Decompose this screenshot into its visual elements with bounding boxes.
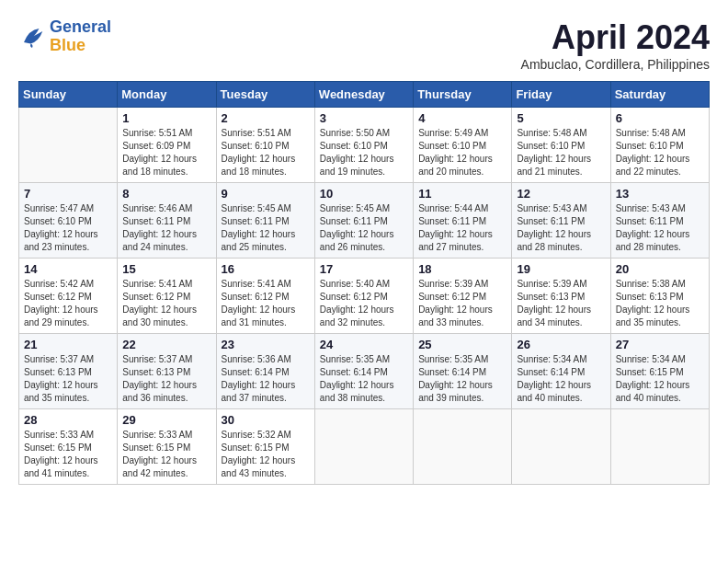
day-info: Sunrise: 5:39 AM Sunset: 6:12 PM Dayligh…: [418, 278, 506, 329]
day-info: Sunrise: 5:41 AM Sunset: 6:12 PM Dayligh…: [122, 278, 210, 329]
calendar-cell: 22Sunrise: 5:37 AM Sunset: 6:13 PM Dayli…: [118, 334, 216, 409]
day-number: 11: [418, 187, 506, 201]
weekday-header: Monday: [118, 82, 216, 108]
day-info: Sunrise: 5:34 AM Sunset: 6:15 PM Dayligh…: [616, 353, 704, 405]
day-number: 9: [222, 187, 310, 201]
day-info: Sunrise: 5:49 AM Sunset: 6:10 PM Dayligh…: [418, 127, 506, 178]
calendar-cell: 8Sunrise: 5:46 AM Sunset: 6:11 PM Daylig…: [118, 183, 216, 259]
day-info: Sunrise: 5:48 AM Sunset: 6:10 PM Dayligh…: [517, 127, 605, 178]
calendar-cell: 14Sunrise: 5:42 AM Sunset: 6:12 PM Dayli…: [19, 259, 118, 334]
calendar-cell: 11Sunrise: 5:44 AM Sunset: 6:11 PM Dayli…: [414, 183, 512, 259]
calendar-cell: 17Sunrise: 5:40 AM Sunset: 6:12 PM Dayli…: [314, 259, 413, 334]
day-info: Sunrise: 5:43 AM Sunset: 6:11 PM Dayligh…: [616, 202, 704, 254]
calendar-cell: 12Sunrise: 5:43 AM Sunset: 6:11 PM Dayli…: [512, 183, 610, 259]
calendar-cell: 5Sunrise: 5:48 AM Sunset: 6:10 PM Daylig…: [512, 108, 610, 183]
day-info: Sunrise: 5:46 AM Sunset: 6:11 PM Dayligh…: [122, 202, 210, 254]
day-info: Sunrise: 5:50 AM Sunset: 6:10 PM Dayligh…: [320, 127, 408, 178]
calendar-cell: 25Sunrise: 5:35 AM Sunset: 6:14 PM Dayli…: [414, 334, 512, 409]
day-number: 15: [122, 262, 210, 276]
calendar-cell: 6Sunrise: 5:48 AM Sunset: 6:10 PM Daylig…: [610, 108, 709, 183]
day-info: Sunrise: 5:43 AM Sunset: 6:11 PM Dayligh…: [517, 202, 605, 254]
day-number: 28: [24, 413, 112, 427]
calendar-cell: 19Sunrise: 5:39 AM Sunset: 6:13 PM Dayli…: [512, 259, 610, 334]
calendar-cell: 4Sunrise: 5:49 AM Sunset: 6:10 PM Daylig…: [414, 108, 512, 183]
logo-text: GeneralBlue: [50, 18, 111, 55]
day-number: 2: [222, 111, 310, 125]
calendar-header-row: SundayMondayTuesdayWednesdayThursdayFrid…: [19, 82, 710, 108]
calendar-cell: 13Sunrise: 5:43 AM Sunset: 6:11 PM Dayli…: [610, 183, 709, 259]
day-info: Sunrise: 5:48 AM Sunset: 6:10 PM Dayligh…: [616, 127, 704, 178]
day-number: 12: [517, 187, 605, 201]
day-info: Sunrise: 5:33 AM Sunset: 6:15 PM Dayligh…: [24, 429, 112, 480]
calendar-cell: 1Sunrise: 5:51 AM Sunset: 6:09 PM Daylig…: [118, 108, 216, 183]
calendar-cell: 23Sunrise: 5:36 AM Sunset: 6:14 PM Dayli…: [216, 334, 314, 409]
calendar-week-row: 21Sunrise: 5:37 AM Sunset: 6:13 PM Dayli…: [19, 334, 710, 409]
day-number: 29: [122, 413, 210, 427]
calendar-week-row: 28Sunrise: 5:33 AM Sunset: 6:15 PM Dayli…: [19, 409, 710, 485]
calendar-week-row: 7Sunrise: 5:47 AM Sunset: 6:10 PM Daylig…: [19, 183, 710, 259]
weekday-header: Saturday: [610, 82, 709, 108]
day-number: 4: [418, 111, 506, 125]
calendar-cell: 7Sunrise: 5:47 AM Sunset: 6:10 PM Daylig…: [19, 183, 118, 259]
calendar-cell: 26Sunrise: 5:34 AM Sunset: 6:14 PM Dayli…: [512, 334, 610, 409]
calendar-cell: 9Sunrise: 5:45 AM Sunset: 6:11 PM Daylig…: [216, 183, 314, 259]
calendar-cell: 28Sunrise: 5:33 AM Sunset: 6:15 PM Dayli…: [19, 409, 118, 485]
calendar-week-row: 14Sunrise: 5:42 AM Sunset: 6:12 PM Dayli…: [19, 259, 710, 334]
page-header: GeneralBlue April 2024 Ambuclao, Cordill…: [18, 18, 710, 72]
day-info: Sunrise: 5:51 AM Sunset: 6:09 PM Dayligh…: [122, 127, 210, 178]
day-info: Sunrise: 5:38 AM Sunset: 6:13 PM Dayligh…: [616, 278, 704, 329]
day-number: 7: [24, 187, 112, 201]
calendar-cell: 24Sunrise: 5:35 AM Sunset: 6:14 PM Dayli…: [314, 334, 413, 409]
day-number: 21: [24, 338, 112, 351]
day-info: Sunrise: 5:45 AM Sunset: 6:11 PM Dayligh…: [222, 202, 310, 254]
weekday-header: Sunday: [19, 82, 118, 108]
calendar-cell: 30Sunrise: 5:32 AM Sunset: 6:15 PM Dayli…: [216, 409, 314, 485]
day-info: Sunrise: 5:42 AM Sunset: 6:12 PM Dayligh…: [24, 278, 112, 329]
day-number: 17: [320, 262, 408, 276]
day-info: Sunrise: 5:41 AM Sunset: 6:12 PM Dayligh…: [222, 278, 310, 329]
calendar-cell: [414, 409, 512, 485]
day-info: Sunrise: 5:35 AM Sunset: 6:14 PM Dayligh…: [320, 353, 408, 405]
day-number: 24: [320, 338, 408, 351]
day-number: 1: [122, 111, 210, 125]
weekday-header: Friday: [512, 82, 610, 108]
day-number: 26: [517, 338, 605, 351]
day-info: Sunrise: 5:37 AM Sunset: 6:13 PM Dayligh…: [122, 353, 210, 405]
calendar-cell: 16Sunrise: 5:41 AM Sunset: 6:12 PM Dayli…: [216, 259, 314, 334]
calendar-cell: 2Sunrise: 5:51 AM Sunset: 6:10 PM Daylig…: [216, 108, 314, 183]
day-number: 16: [222, 262, 310, 276]
day-number: 22: [122, 338, 210, 351]
month-title: April 2024: [521, 18, 710, 57]
day-info: Sunrise: 5:39 AM Sunset: 6:13 PM Dayligh…: [517, 278, 605, 329]
calendar-cell: 3Sunrise: 5:50 AM Sunset: 6:10 PM Daylig…: [314, 108, 413, 183]
calendar-cell: 21Sunrise: 5:37 AM Sunset: 6:13 PM Dayli…: [19, 334, 118, 409]
calendar-cell: 15Sunrise: 5:41 AM Sunset: 6:12 PM Dayli…: [118, 259, 216, 334]
day-number: 6: [616, 111, 704, 125]
day-info: Sunrise: 5:35 AM Sunset: 6:14 PM Dayligh…: [418, 353, 506, 405]
day-info: Sunrise: 5:45 AM Sunset: 6:11 PM Dayligh…: [320, 202, 408, 254]
day-number: 25: [418, 338, 506, 351]
day-number: 27: [616, 338, 704, 351]
day-info: Sunrise: 5:40 AM Sunset: 6:12 PM Dayligh…: [320, 278, 408, 329]
logo: GeneralBlue: [18, 18, 111, 55]
weekday-header: Thursday: [414, 82, 512, 108]
day-info: Sunrise: 5:47 AM Sunset: 6:10 PM Dayligh…: [24, 202, 112, 254]
calendar-cell: [314, 409, 413, 485]
calendar-cell: 27Sunrise: 5:34 AM Sunset: 6:15 PM Dayli…: [610, 334, 709, 409]
day-number: 20: [616, 262, 704, 276]
day-number: 18: [418, 262, 506, 276]
weekday-header: Tuesday: [216, 82, 314, 108]
day-info: Sunrise: 5:36 AM Sunset: 6:14 PM Dayligh…: [222, 353, 310, 405]
calendar-week-row: 1Sunrise: 5:51 AM Sunset: 6:09 PM Daylig…: [19, 108, 710, 183]
day-number: 23: [222, 338, 310, 351]
day-number: 19: [517, 262, 605, 276]
day-info: Sunrise: 5:51 AM Sunset: 6:10 PM Dayligh…: [222, 127, 310, 178]
calendar-cell: [19, 108, 118, 183]
day-number: 5: [517, 111, 605, 125]
day-info: Sunrise: 5:33 AM Sunset: 6:15 PM Dayligh…: [122, 429, 210, 480]
calendar-cell: 20Sunrise: 5:38 AM Sunset: 6:13 PM Dayli…: [610, 259, 709, 334]
calendar-cell: [610, 409, 709, 485]
day-number: 14: [24, 262, 112, 276]
day-info: Sunrise: 5:32 AM Sunset: 6:15 PM Dayligh…: [222, 429, 310, 480]
weekday-header: Wednesday: [314, 82, 413, 108]
